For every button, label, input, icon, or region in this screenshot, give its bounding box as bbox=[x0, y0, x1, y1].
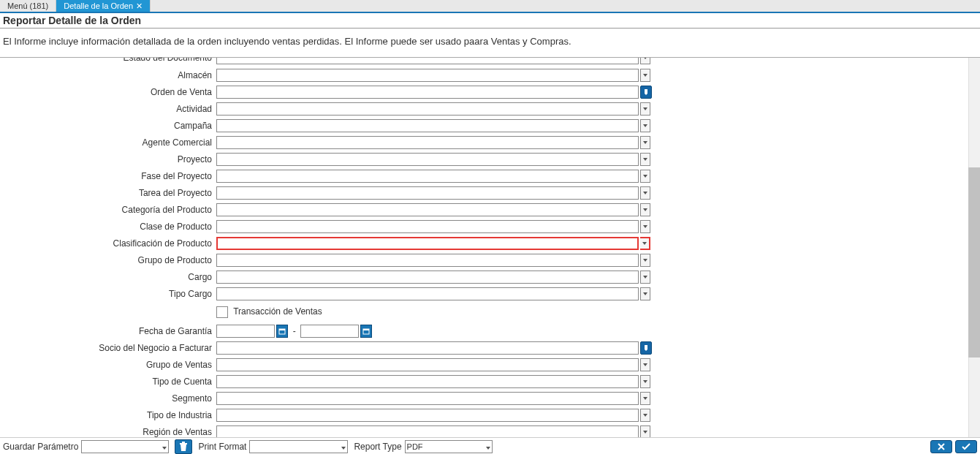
dropdown-icon[interactable] bbox=[640, 203, 650, 216]
label-tipo-cuenta: Tipo de Cuenta bbox=[0, 377, 216, 387]
svg-marker-3 bbox=[643, 124, 647, 127]
label-fecha-garantia: Fecha de Garantía bbox=[0, 326, 216, 336]
svg-marker-19 bbox=[643, 380, 647, 383]
fecha-garantia-from[interactable] bbox=[216, 325, 275, 338]
label-clasificacion-producto: Clasificación de Producto bbox=[0, 238, 216, 249]
dropdown-icon[interactable] bbox=[640, 270, 650, 284]
svg-marker-6 bbox=[643, 175, 647, 178]
label-grupo-ventas: Grupo de Ventas bbox=[0, 360, 216, 370]
actividad-field[interactable] bbox=[216, 102, 639, 116]
fecha-garantia-to[interactable] bbox=[300, 325, 359, 338]
agente-comercial-field[interactable] bbox=[216, 136, 639, 149]
dropdown-icon[interactable] bbox=[640, 186, 650, 200]
dropdown-icon[interactable] bbox=[640, 375, 650, 388]
fase-proyecto-field[interactable] bbox=[216, 170, 639, 183]
tab-detalle-orden[interactable]: Detalle de la Orden ✕ bbox=[56, 0, 151, 12]
dropdown-icon[interactable] bbox=[640, 287, 650, 300]
label-proyecto: Proyecto bbox=[0, 154, 216, 164]
proyecto-field[interactable] bbox=[216, 153, 639, 166]
label-transaccion-ventas: Transacción de Ventas bbox=[233, 306, 322, 317]
cargo-field[interactable] bbox=[216, 270, 639, 284]
svg-rect-17 bbox=[363, 329, 369, 330]
socio-facturar-field[interactable] bbox=[216, 341, 639, 355]
tab-menu[interactable]: Menú (181) bbox=[0, 0, 56, 12]
label-fase-proyecto: Fase del Proyecto bbox=[0, 171, 216, 181]
svg-marker-12 bbox=[643, 276, 647, 279]
label-tipo-industria: Tipo de Industria bbox=[0, 410, 216, 420]
dropdown-icon[interactable] bbox=[640, 220, 650, 233]
ok-button[interactable] bbox=[955, 440, 977, 453]
svg-marker-11 bbox=[643, 259, 647, 262]
label-estado-documento: Estado del Documento bbox=[0, 58, 216, 63]
svg-marker-24 bbox=[341, 447, 346, 450]
svg-marker-18 bbox=[643, 363, 647, 366]
region-ventas-field[interactable] bbox=[216, 425, 639, 438]
form-body: Estado del Documento Almacén Orden de Ve… bbox=[0, 58, 980, 437]
dropdown-icon[interactable] bbox=[640, 237, 650, 250]
scrollbar-thumb[interactable] bbox=[968, 167, 980, 357]
dropdown-icon[interactable] bbox=[640, 425, 650, 438]
label-print-format: Print Format bbox=[198, 442, 246, 452]
tipo-cuenta-field[interactable] bbox=[216, 375, 639, 388]
grupo-producto-field[interactable] bbox=[216, 254, 639, 267]
clase-producto-field[interactable] bbox=[216, 220, 639, 233]
dropdown-icon[interactable] bbox=[640, 409, 650, 422]
dropdown-icon[interactable] bbox=[640, 119, 650, 132]
label-tipo-cargo: Tipo Cargo bbox=[0, 289, 216, 299]
lookup-icon[interactable] bbox=[640, 341, 652, 355]
transaccion-ventas-checkbox[interactable] bbox=[216, 306, 228, 318]
label-cargo: Cargo bbox=[0, 272, 216, 282]
tab-detalle-label: Detalle de la Orden bbox=[64, 1, 133, 10]
dropdown-icon[interactable] bbox=[640, 358, 650, 371]
estado-documento-field[interactable] bbox=[216, 58, 639, 64]
tarea-proyecto-field[interactable] bbox=[216, 186, 639, 200]
label-tarea-proyecto: Tarea del Proyecto bbox=[0, 188, 216, 198]
calendar-icon[interactable] bbox=[360, 325, 372, 338]
label-agente-comercial: Agente Comercial bbox=[0, 137, 216, 148]
categoria-producto-field[interactable] bbox=[216, 203, 639, 216]
label-grupo-producto: Grupo de Producto bbox=[0, 255, 216, 265]
svg-marker-9 bbox=[643, 225, 647, 228]
campana-field[interactable] bbox=[216, 119, 639, 132]
calendar-icon[interactable] bbox=[276, 325, 288, 338]
dropdown-icon[interactable] bbox=[640, 58, 650, 64]
svg-marker-0 bbox=[643, 58, 647, 59]
svg-rect-15 bbox=[279, 329, 285, 330]
dropdown-icon[interactable] bbox=[640, 102, 650, 116]
label-almacen: Almacén bbox=[0, 70, 216, 80]
close-icon[interactable]: ✕ bbox=[136, 1, 143, 11]
svg-marker-5 bbox=[643, 158, 647, 161]
dropdown-icon[interactable] bbox=[640, 254, 650, 267]
tipo-industria-field[interactable] bbox=[216, 409, 639, 422]
segmento-field[interactable] bbox=[216, 392, 639, 405]
label-socio-facturar: Socio del Negocio a Facturar bbox=[0, 343, 216, 353]
print-format-select[interactable] bbox=[249, 440, 348, 453]
report-type-value: PDF bbox=[407, 442, 423, 451]
clasificacion-producto-field[interactable] bbox=[216, 237, 639, 250]
dropdown-icon[interactable] bbox=[640, 392, 650, 405]
label-report-type: Report Type bbox=[354, 442, 401, 452]
dropdown-icon[interactable] bbox=[640, 136, 650, 149]
delete-button[interactable] bbox=[175, 439, 192, 454]
svg-marker-1 bbox=[643, 74, 647, 77]
dropdown-icon[interactable] bbox=[640, 69, 650, 82]
svg-marker-25 bbox=[486, 447, 490, 450]
report-type-select[interactable]: PDF bbox=[405, 440, 493, 453]
svg-marker-10 bbox=[642, 242, 647, 245]
svg-marker-13 bbox=[643, 292, 647, 295]
label-orden-venta: Orden de Venta bbox=[0, 87, 216, 97]
orden-venta-field[interactable] bbox=[216, 86, 639, 99]
svg-marker-20 bbox=[643, 397, 647, 400]
dropdown-icon[interactable] bbox=[640, 153, 650, 166]
scrollbar-track[interactable] bbox=[968, 58, 980, 437]
grupo-ventas-field[interactable] bbox=[216, 358, 639, 371]
svg-marker-8 bbox=[643, 208, 647, 211]
cancel-button[interactable] bbox=[930, 440, 952, 453]
almacen-field[interactable] bbox=[216, 69, 639, 82]
dropdown-icon[interactable] bbox=[640, 170, 650, 183]
tipo-cargo-field[interactable] bbox=[216, 287, 639, 300]
guardar-parametro-select[interactable] bbox=[81, 440, 169, 453]
lookup-icon[interactable] bbox=[640, 86, 652, 99]
label-actividad: Actividad bbox=[0, 104, 216, 114]
label-guardar-parametro: Guardar Parámetro bbox=[3, 442, 78, 452]
